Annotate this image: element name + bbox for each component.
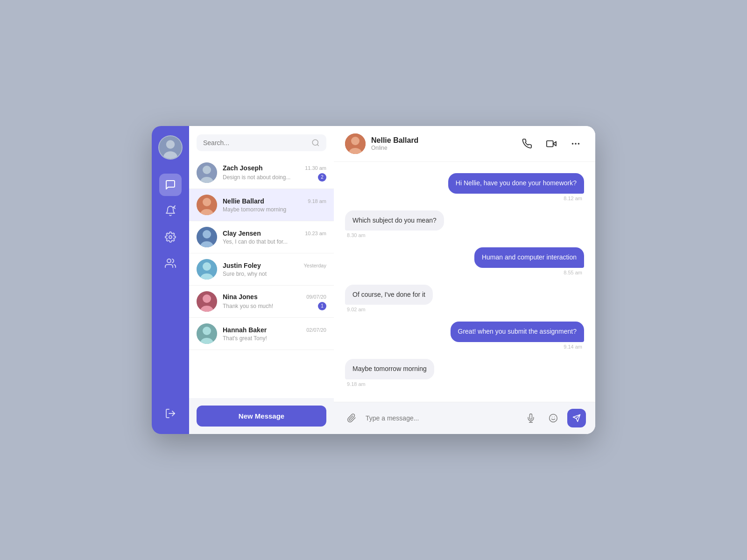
video-call-button[interactable] bbox=[543, 135, 560, 152]
contact-info-justin: Justin Foley Yesterday Sure bro, why not bbox=[223, 262, 326, 277]
svg-line-4 bbox=[174, 207, 175, 209]
more-dots-icon bbox=[571, 139, 581, 149]
sidebar-item-settings[interactable] bbox=[159, 226, 182, 248]
paperclip-icon bbox=[347, 413, 356, 423]
phone-call-button[interactable] bbox=[519, 135, 536, 152]
contact-preview-hannah: That's great Tony! bbox=[223, 335, 267, 342]
message-time-m1: 8.12 am bbox=[562, 196, 584, 201]
contact-avatar-hannah bbox=[197, 323, 217, 344]
send-button[interactable] bbox=[567, 409, 586, 427]
message-group-m2: Which subject do you mean? 8.30 am bbox=[345, 210, 584, 238]
contact-info-nellie: Nellie Ballard 9.18 am Maybe tomorrow mo… bbox=[223, 197, 326, 213]
svg-point-14 bbox=[203, 198, 211, 206]
message-bubble-m1: Hi Nellie, have you done your homework? bbox=[448, 173, 584, 194]
message-bubble-m4: Of course, I've done for it bbox=[345, 285, 433, 305]
contact-info-hannah: Hannah Baker 02/07/20 That's great Tony! bbox=[223, 326, 326, 342]
chat-input-area bbox=[334, 402, 595, 434]
search-input[interactable] bbox=[203, 139, 311, 147]
contact-info-zach: Zach Joseph 11.30 am Design is not about… bbox=[223, 164, 326, 182]
emoji-icon bbox=[549, 413, 558, 423]
microphone-button[interactable] bbox=[522, 410, 539, 427]
contact-time-justin: Yesterday bbox=[303, 263, 326, 268]
contact-time-zach: 11.30 am bbox=[305, 165, 326, 171]
message-group-m5: Great! when you submit the assignment? 9… bbox=[345, 322, 584, 350]
svg-point-29 bbox=[351, 137, 359, 145]
svg-rect-32 bbox=[547, 141, 553, 147]
message-group-m6: Maybe tomorrow morning 9.18 am bbox=[345, 359, 584, 387]
chat-header: Nellie Ballard Online bbox=[334, 126, 595, 162]
search-bar bbox=[189, 126, 334, 157]
sidebar-item-groups[interactable] bbox=[159, 252, 182, 274]
contact-badge-nina: 1 bbox=[318, 302, 326, 310]
message-group-m3: Human and computer interaction 8.55 am bbox=[345, 247, 584, 275]
contact-preview-nellie: Maybe tomorrow morning bbox=[223, 206, 286, 213]
contact-name-zach: Zach Joseph bbox=[223, 164, 263, 172]
message-group-m1: Hi Nellie, have you done your homework? … bbox=[345, 173, 584, 201]
svg-point-5 bbox=[169, 236, 172, 238]
contact-item-clay[interactable]: Clay Jensen 10.23 am Yes, I can do that … bbox=[189, 221, 334, 253]
contact-item-nina[interactable]: Nina Jones 09/07/20 Thank you so much! 1 bbox=[189, 286, 334, 318]
contact-info-clay: Clay Jensen 10.23 am Yes, I can do that … bbox=[223, 230, 326, 245]
logout-button[interactable] bbox=[159, 402, 182, 425]
contact-name-nellie: Nellie Ballard bbox=[223, 197, 264, 205]
chat-contact-name: Nellie Ballard bbox=[371, 136, 519, 145]
sidebar-nav bbox=[159, 174, 182, 402]
contact-avatar-zach bbox=[197, 162, 217, 183]
svg-line-9 bbox=[317, 144, 318, 146]
svg-point-6 bbox=[167, 259, 171, 263]
contact-avatar-justin bbox=[197, 259, 217, 280]
contact-time-nina: 09/07/20 bbox=[306, 294, 326, 300]
message-input[interactable] bbox=[366, 414, 517, 422]
message-time-m4: 9.02 am bbox=[345, 307, 367, 312]
new-message-area: New Message bbox=[189, 398, 334, 434]
message-time-m2: 8.30 am bbox=[345, 232, 367, 238]
microphone-icon bbox=[526, 413, 536, 423]
message-bubble-m5: Great! when you submit the assignment? bbox=[451, 322, 584, 342]
contact-item-zach[interactable]: Zach Joseph 11.30 am Design is not about… bbox=[189, 157, 334, 189]
contact-item-justin[interactable]: Justin Foley Yesterday Sure bro, why not bbox=[189, 253, 334, 286]
message-time-m3: 8.55 am bbox=[562, 270, 584, 275]
contact-time-clay: 10.23 am bbox=[305, 231, 326, 236]
svg-point-17 bbox=[203, 230, 211, 238]
message-group-m4: Of course, I've done for it 9.02 am bbox=[345, 285, 584, 313]
chat-contact-info: Nellie Ballard Online bbox=[371, 136, 519, 151]
contact-avatar-clay bbox=[197, 227, 217, 247]
contact-preview-justin: Sure bro, why not bbox=[223, 271, 267, 277]
sidebar-item-notifications[interactable] bbox=[159, 200, 182, 222]
user-avatar[interactable] bbox=[158, 135, 183, 160]
send-icon bbox=[572, 414, 581, 422]
contact-avatar-nina bbox=[197, 291, 217, 312]
attachment-button[interactable] bbox=[343, 410, 360, 427]
svg-point-20 bbox=[203, 262, 211, 271]
contact-item-hannah[interactable]: Hannah Baker 02/07/20 That's great Tony! bbox=[189, 318, 334, 350]
chat-contact-avatar bbox=[345, 133, 366, 154]
contact-time-hannah: 02/07/20 bbox=[306, 327, 326, 333]
svg-point-38 bbox=[550, 414, 557, 422]
contact-preview-nina: Thank you so much! bbox=[223, 303, 273, 309]
sidebar bbox=[152, 126, 189, 434]
svg-point-8 bbox=[312, 140, 318, 145]
more-options-button[interactable] bbox=[567, 135, 584, 152]
message-bubble-m6: Maybe tomorrow morning bbox=[345, 359, 434, 379]
svg-point-1 bbox=[166, 140, 175, 148]
svg-point-35 bbox=[578, 143, 580, 145]
phone-icon bbox=[522, 139, 532, 149]
chat-panel: Nellie Ballard Online bbox=[334, 126, 595, 434]
contact-item-nellie[interactable]: Nellie Ballard 9.18 am Maybe tomorrow mo… bbox=[189, 189, 334, 221]
app-container: Zach Joseph 11.30 am Design is not about… bbox=[152, 126, 595, 434]
message-bubble-m2: Which subject do you mean? bbox=[345, 210, 444, 231]
emoji-button[interactable] bbox=[545, 410, 562, 427]
svg-point-26 bbox=[203, 327, 211, 335]
new-message-button[interactable]: New Message bbox=[197, 406, 326, 427]
message-time-m6: 9.18 am bbox=[345, 381, 367, 387]
svg-point-11 bbox=[203, 166, 211, 174]
contact-avatar-nellie bbox=[197, 195, 217, 215]
video-icon bbox=[546, 139, 557, 149]
sidebar-item-chat[interactable] bbox=[159, 174, 182, 196]
svg-marker-31 bbox=[553, 141, 556, 146]
chat-messages: Hi Nellie, have you done your homework? … bbox=[334, 162, 595, 402]
contact-badge-zach: 2 bbox=[318, 173, 326, 182]
contact-name-hannah: Hannah Baker bbox=[223, 326, 267, 334]
contact-name-justin: Justin Foley bbox=[223, 262, 261, 269]
contacts-panel: Zach Joseph 11.30 am Design is not about… bbox=[189, 126, 334, 434]
